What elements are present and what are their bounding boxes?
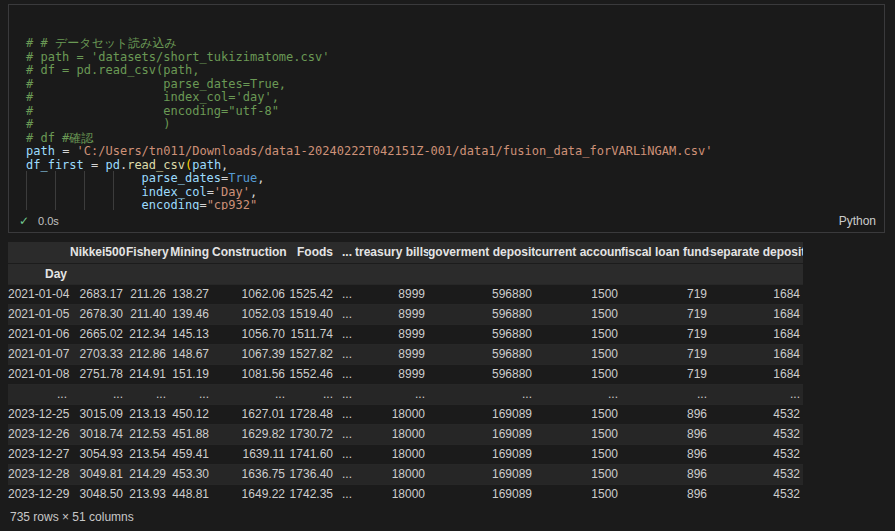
table-cell: 719: [621, 304, 710, 324]
table-cell: ...: [336, 364, 355, 384]
code-line[interactable]: # index_col='day',: [26, 91, 876, 105]
table-cell: 138.27: [169, 284, 212, 304]
table-cell: 1500: [535, 484, 621, 504]
row-index-cell: 2023-12-29: [8, 484, 70, 504]
table-cell: 1500: [535, 344, 621, 364]
table-cell: ...: [288, 384, 336, 404]
table-cell: 719: [621, 284, 710, 304]
table-cell: 211.26: [126, 284, 169, 304]
code-line[interactable]: # encoding="utf-8": [26, 105, 876, 119]
table-cell: 18000: [355, 464, 428, 484]
empty-header-cell: [621, 263, 710, 284]
code-token: [26, 185, 142, 199]
column-header-row: Nikkei500FisheryMiningConstructionFoods.…: [8, 242, 803, 263]
table-cell: 1500: [535, 324, 621, 344]
column-header: fiscal loan funds: [621, 242, 710, 263]
table-cell: 450.12: [169, 404, 212, 424]
table-row: 2023-12-263018.74212.53451.881629.821730…: [8, 424, 803, 444]
table-cell: 169089: [428, 404, 535, 424]
table-cell: 1649.22: [212, 484, 288, 504]
code-token: encoding: [142, 198, 200, 210]
code-line[interactable]: index_col='Day',: [26, 186, 876, 200]
empty-header-cell: [355, 263, 428, 284]
code-token: # path = 'datasets/short_tukizimatome.cs…: [26, 50, 329, 64]
table-row: ....................................: [8, 384, 803, 404]
table-cell: ...: [336, 304, 355, 324]
column-header: current account: [535, 242, 621, 263]
table-cell: 3054.93: [70, 444, 126, 464]
table-cell: 1519.40: [288, 304, 336, 324]
table-cell: 1636.75: [212, 464, 288, 484]
table-cell: 1500: [535, 284, 621, 304]
code-line[interactable]: # parse_dates=True,: [26, 78, 876, 92]
table-cell: 18000: [355, 484, 428, 504]
code-token: # df = pd.read_csv(path,: [26, 63, 199, 77]
code-line[interactable]: path = 'C:/Users/tn011/Downloads/data1-2…: [26, 145, 876, 159]
table-cell: ...: [336, 484, 355, 504]
table-cell: 1527.82: [288, 344, 336, 364]
table-cell: ...: [336, 424, 355, 444]
code-line[interactable]: parse_dates=True,: [26, 172, 876, 186]
table-cell: 1500: [535, 404, 621, 424]
empty-header-cell: [710, 263, 803, 284]
table-cell: 3018.74: [70, 424, 126, 444]
table-row: 2021-01-082751.78214.91151.191081.561552…: [8, 364, 803, 384]
table-cell: 213.54: [126, 444, 169, 464]
code-line[interactable]: # df = pd.read_csv(path,: [26, 64, 876, 78]
row-index-cell: 2021-01-08: [8, 364, 70, 384]
table-cell: 8999: [355, 284, 428, 304]
row-index-cell: 2023-12-27: [8, 444, 70, 464]
code-token: =: [207, 185, 214, 199]
table-cell: 1728.48: [288, 404, 336, 424]
code-token: =: [55, 144, 77, 158]
table-cell: 8999: [355, 324, 428, 344]
table-cell: 145.13: [169, 324, 212, 344]
table-cell: ...: [336, 324, 355, 344]
table-cell: ...: [355, 384, 428, 404]
empty-header-cell: [169, 263, 212, 284]
table-cell: 1552.46: [288, 364, 336, 384]
row-index-cell: 2021-01-04: [8, 284, 70, 304]
code-token: read_csv: [127, 158, 185, 172]
table-cell: 18000: [355, 424, 428, 444]
code-line[interactable]: # # データセット読み込み: [26, 37, 876, 51]
code-token: path: [26, 144, 55, 158]
table-cell: ...: [621, 384, 710, 404]
code-line[interactable]: # path = 'datasets/short_tukizimatome.cs…: [26, 51, 876, 65]
table-cell: 3015.09: [70, 404, 126, 424]
empty-header-cell: [70, 263, 126, 284]
code-editor[interactable]: # # データセット読み込み# path = 'datasets/short_t…: [9, 5, 884, 210]
table-cell: ...: [535, 384, 621, 404]
code-line[interactable]: # df #確認: [26, 132, 876, 146]
index-name-header: Day: [8, 263, 70, 284]
table-row: 2021-01-062665.02212.34145.131056.701511…: [8, 324, 803, 344]
table-cell: ...: [336, 344, 355, 364]
cell-language-picker[interactable]: Python: [839, 214, 876, 228]
table-cell: 596880: [428, 344, 535, 364]
column-header: Construction: [212, 242, 288, 263]
table-cell: ...: [169, 384, 212, 404]
table-cell: 1684: [710, 344, 803, 364]
code-token: # encoding="utf-8": [26, 104, 279, 118]
table-cell: 213.13: [126, 404, 169, 424]
code-line[interactable]: df_first = pd.read_csv(path,: [26, 159, 876, 173]
table-cell: 2703.33: [70, 344, 126, 364]
code-token: # # データセット読み込み: [26, 36, 177, 50]
table-cell: ...: [336, 384, 355, 404]
code-token: ,: [257, 171, 264, 185]
table-cell: 896: [621, 404, 710, 424]
table-cell: 2665.02: [70, 324, 126, 344]
code-token: True: [228, 171, 257, 185]
table-cell: 1742.35: [288, 484, 336, 504]
table-cell: 719: [621, 344, 710, 364]
cell-output-area: Nikkei500FisheryMiningConstructionFoods.…: [8, 242, 803, 504]
code-line[interactable]: encoding="cp932": [26, 199, 876, 210]
table-cell: 896: [621, 444, 710, 464]
table-cell: 8999: [355, 344, 428, 364]
code-token: "cp932": [207, 198, 258, 210]
table-cell: 1081.56: [212, 364, 288, 384]
code-line[interactable]: # ): [26, 118, 876, 132]
table-cell: 212.86: [126, 344, 169, 364]
table-cell: 1684: [710, 284, 803, 304]
table-cell: 18000: [355, 404, 428, 424]
